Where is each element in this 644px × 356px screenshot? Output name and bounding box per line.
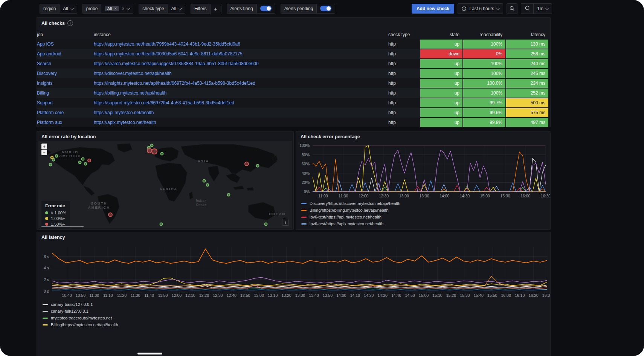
legend-item[interactable]: canary-full/127.0.0.1 xyxy=(43,308,547,315)
clock-icon xyxy=(461,6,467,11)
x-axis-tick: 16:30 xyxy=(542,293,551,298)
x-axis-tick: 11:00 xyxy=(90,293,99,298)
zoom-in-button[interactable]: + xyxy=(41,144,47,149)
instance-link[interactable]: https://insights.mytestco.net/api/health… xyxy=(94,81,255,86)
map-dot-green[interactable] xyxy=(264,223,268,226)
map-dot-green[interactable] xyxy=(159,223,163,226)
column-header-latency[interactable]: latency xyxy=(506,30,549,39)
refresh-button[interactable] xyxy=(521,4,533,14)
adhoc-filters-label: Filters xyxy=(191,4,210,14)
latency-plot[interactable] xyxy=(52,247,547,291)
map-dot-red[interactable] xyxy=(108,212,113,217)
job-link[interactable]: Platform aux xyxy=(37,120,62,125)
probe-chip[interactable]: All × xyxy=(105,6,119,11)
map-dot-green[interactable] xyxy=(256,164,259,168)
legend-item[interactable]: canary-basic/127.0.0.1 xyxy=(43,301,547,308)
x-axis-tick: 12:20 xyxy=(199,293,209,298)
x-axis-tick: 13:10 xyxy=(268,293,278,298)
alerts-pending-toggle[interactable] xyxy=(320,6,331,11)
job-link[interactable]: Insights xyxy=(37,81,52,86)
x-axis-tick: 14:20 xyxy=(364,293,374,298)
y-axis-tick: 6 s xyxy=(44,254,49,259)
clear-all-icon[interactable]: × xyxy=(122,6,124,11)
reachability-cell: 100.0% xyxy=(463,79,505,88)
map-dot-green[interactable] xyxy=(78,161,82,164)
column-header-check-type[interactable]: check type xyxy=(388,30,420,39)
job-link[interactable]: Support xyxy=(37,100,53,105)
alerts-pending-toggle-wrap xyxy=(316,4,335,14)
world-map[interactable]: NORTH AMERICASOUTH AMERICAAFRICAASIAIndi… xyxy=(38,141,292,228)
column-header-reachability[interactable]: reachability xyxy=(463,30,506,39)
job-link[interactable]: Search xyxy=(37,61,51,66)
map-dot-red[interactable] xyxy=(87,159,91,162)
latency-cell: 500 ms xyxy=(506,98,548,107)
check-type-filter-select[interactable]: All xyxy=(168,4,185,14)
map-dot-green[interactable] xyxy=(55,154,58,157)
legend-label: 1.00%+ xyxy=(51,216,65,221)
chip-remove-icon[interactable]: × xyxy=(114,6,117,11)
job-link[interactable]: App android xyxy=(37,51,61,57)
x-axis-tick: 14:30 xyxy=(460,194,470,198)
error-rate-legend-item: 1.50%+ xyxy=(45,221,66,227)
map-dot-green[interactable] xyxy=(84,162,87,166)
info-icon[interactable]: i xyxy=(67,20,73,26)
probe-filter-select[interactable]: All × × xyxy=(101,4,133,14)
alerts-firing-toggle[interactable] xyxy=(260,6,272,11)
check-type-cell: http xyxy=(388,110,396,115)
error-rate-legend-title: Error rate xyxy=(45,203,66,208)
region-filter-select[interactable]: All xyxy=(59,4,77,14)
job-link[interactable]: Billing xyxy=(37,90,49,96)
map-dot-red[interactable] xyxy=(244,162,249,166)
zoom-out-time-button[interactable] xyxy=(507,3,517,14)
column-header-instance[interactable]: instance xyxy=(94,30,388,39)
map-dot-green[interactable] xyxy=(206,183,209,187)
instance-link[interactable]: https://apix.mytestco.net/health xyxy=(94,120,156,125)
column-header-job[interactable]: job xyxy=(37,30,94,39)
instance-link[interactable]: https://app.mytestco.net/health/7959b443… xyxy=(94,41,240,47)
job-link[interactable]: App iOS xyxy=(37,41,54,47)
job-link[interactable]: Platform core xyxy=(37,110,64,115)
refresh-interval-select[interactable]: 1m xyxy=(533,4,552,14)
legend-color-dash xyxy=(43,304,48,305)
instance-link[interactable]: https://billing.mytestco.net/api/health xyxy=(94,90,166,96)
x-axis-tick: 11:10 xyxy=(103,293,113,298)
legend-color-dash xyxy=(43,318,48,319)
instance-link[interactable]: https://search.mytestco.net/api/suggest/… xyxy=(94,61,259,66)
x-axis-tick: 13:30 xyxy=(419,194,429,198)
map-dot-green[interactable] xyxy=(227,193,230,197)
map-dot-yellow[interactable] xyxy=(50,156,53,159)
horizontal-scrollbar-thumb[interactable] xyxy=(137,353,162,354)
map-dot-red[interactable] xyxy=(151,148,157,154)
x-axis-tick: 14:40 xyxy=(391,293,401,298)
time-range-picker[interactable]: Last 6 hours xyxy=(458,3,503,14)
map-dot-green[interactable] xyxy=(203,179,206,182)
legend-item[interactable]: ipv6-test/https://api.mytestco.net/healt… xyxy=(301,214,547,220)
error-percentage-plot[interactable] xyxy=(313,145,546,192)
zoom-out-button[interactable]: − xyxy=(41,150,47,155)
map-dot-green[interactable] xyxy=(81,157,85,161)
map-attribution-icon[interactable]: i xyxy=(282,219,289,226)
legend-item[interactable]: mytestco traceroute/mytestco.net xyxy=(43,315,547,321)
instance-link[interactable]: https://discover.mytestco.net/api/health xyxy=(94,71,172,76)
instance-link[interactable]: https://api.mytestco.net/health xyxy=(94,110,154,115)
map-dot-green[interactable] xyxy=(160,152,163,155)
instance-link[interactable]: https://support.mytestco.net/66972fb4-4a… xyxy=(94,100,234,105)
legend-label: Billing/https://mytestco.net/api/health xyxy=(51,322,118,327)
instance-link[interactable]: https://app.mytestco.net/health/0030d5a6… xyxy=(94,51,243,57)
legend-item[interactable]: ipv6-test/https://apix.mytestco.net/heal… xyxy=(301,220,547,227)
alerts-firing-control: Alerts firing xyxy=(227,4,275,14)
map-dot-green[interactable] xyxy=(150,144,153,147)
probe-filter-label: probe xyxy=(82,4,101,14)
legend-item[interactable]: Billing/https://billing.mytestco.net/api… xyxy=(301,207,547,214)
map-dot-green[interactable] xyxy=(49,163,52,167)
job-link[interactable]: Discovery xyxy=(37,71,57,76)
add-filter-button[interactable]: + xyxy=(210,4,221,14)
reachability-cell: 100% xyxy=(463,89,505,98)
add-new-check-button[interactable]: Add new check xyxy=(412,4,454,14)
column-header-state[interactable]: state xyxy=(420,30,463,39)
x-axis-tick: 15:00 xyxy=(419,293,429,298)
panel-title: All check error percentage xyxy=(301,134,360,139)
legend-item[interactable]: Billing/https://mytestco.net/api/health xyxy=(43,321,547,328)
legend-item[interactable]: Discovery/https://discover.mytestco.net/… xyxy=(301,200,547,207)
refresh-icon xyxy=(525,5,530,12)
